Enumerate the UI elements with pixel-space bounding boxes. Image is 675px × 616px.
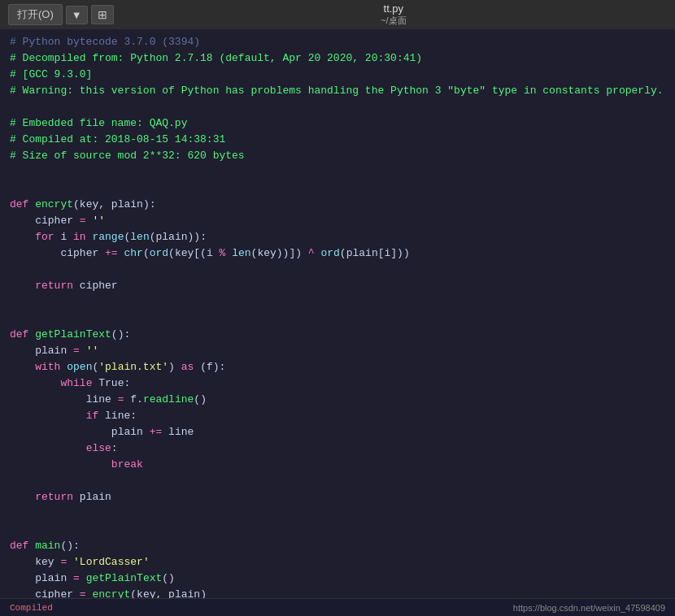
titlebar-left: 打开(O) ▼ ⊞ xyxy=(8,4,114,25)
code-editor[interactable]: # Python bytecode 3.7.0 (3394) # Decompi… xyxy=(0,29,675,598)
titlebar-center: tt.py ~/桌面 xyxy=(120,2,667,27)
code-content: # Python bytecode 3.7.0 (3394) # Decompi… xyxy=(0,34,675,598)
status-url: https://blog.csdn.net/weixin_47598409 xyxy=(513,603,665,613)
title-path: ~/桌面 xyxy=(381,15,406,27)
open-dropdown-button[interactable]: ▼ xyxy=(66,6,88,24)
statusbar: Compiled https://blog.csdn.net/weixin_47… xyxy=(0,598,675,616)
save-button[interactable]: ⊞ xyxy=(91,5,114,24)
titlebar: 打开(O) ▼ ⊞ tt.py ~/桌面 xyxy=(0,0,675,29)
status-compiled: Compiled xyxy=(10,603,53,613)
open-button[interactable]: 打开(O) xyxy=(8,4,63,25)
title-filename: tt.py xyxy=(384,2,404,15)
